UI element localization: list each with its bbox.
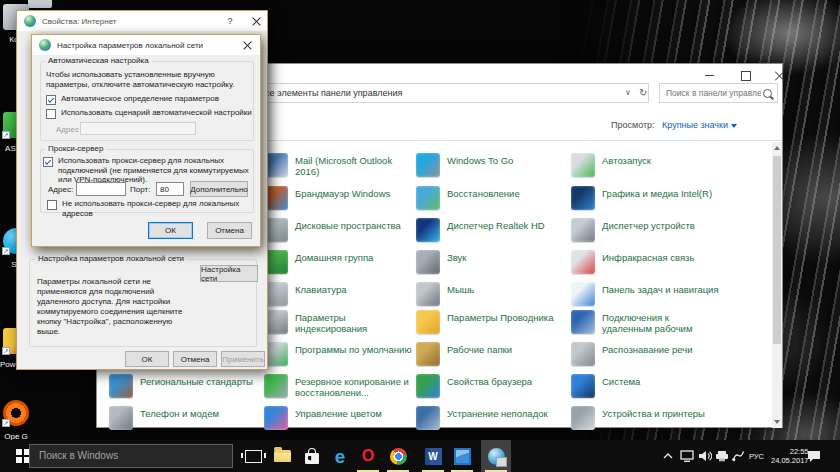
windows-logo-icon bbox=[16, 449, 30, 463]
minimize-button[interactable] bbox=[694, 68, 724, 83]
control-panel-item-icon bbox=[416, 310, 440, 334]
store-button[interactable] bbox=[298, 440, 326, 472]
control-panel-item[interactable]: Резервное копирование и восстановлени... bbox=[264, 374, 414, 398]
view-mode-link[interactable]: Крупные значки bbox=[662, 120, 737, 130]
control-panel-item[interactable]: Автозапуск bbox=[571, 153, 721, 177]
auto-detect-checkbox-row[interactable]: Автоматическое определение параметров bbox=[46, 95, 219, 105]
checkbox-icon[interactable] bbox=[46, 95, 56, 105]
scroll-up-icon[interactable] bbox=[774, 146, 780, 150]
word-button[interactable]: W bbox=[419, 440, 447, 472]
desktop-icon-fragment[interactable] bbox=[28, 0, 52, 8]
auto-config-title: Автоматическая настройка bbox=[45, 56, 152, 65]
control-panel-item[interactable]: Восстановление bbox=[416, 186, 566, 210]
control-panel-item[interactable]: Звук bbox=[416, 250, 566, 274]
dialog-title-bar[interactable]: Настройка параметров локальной сети bbox=[32, 35, 260, 55]
file-explorer-button[interactable] bbox=[268, 440, 296, 472]
clock[interactable]: 22:5524.05.2017 bbox=[771, 440, 809, 472]
control-panel-item-icon bbox=[416, 342, 440, 366]
refresh-icon[interactable]: ↻ bbox=[639, 87, 647, 98]
desktop: Кор ➚ ASUS ➚ Sk ➚ Pow Des ➚ Ope G ∨ ↻ Пр… bbox=[0, 0, 840, 472]
checkbox-icon[interactable] bbox=[43, 157, 53, 167]
control-panel-item[interactable]: Инфракрасная связь bbox=[571, 250, 721, 274]
control-panel-item-icon bbox=[264, 406, 288, 430]
address-bar[interactable] bbox=[247, 83, 649, 103]
control-panel-item[interactable]: Диспетчер Realtek HD bbox=[416, 218, 566, 242]
bypass-proxy-checkbox-row[interactable]: Не использовать прокси-сервер для локаль… bbox=[47, 200, 260, 219]
control-panel-item[interactable]: Панель задач и навигация bbox=[571, 282, 721, 306]
scroll-down-icon[interactable] bbox=[774, 420, 780, 424]
ok-button[interactable]: ОК bbox=[148, 222, 193, 239]
apply-button[interactable]: Применить bbox=[221, 351, 265, 367]
close-button[interactable] bbox=[243, 11, 269, 31]
control-panel-item[interactable]: Домашняя группа bbox=[264, 250, 414, 274]
speaker-icon bbox=[698, 450, 712, 462]
control-panel-item[interactable]: Подключения к удаленным рабочим bbox=[571, 310, 721, 334]
opera-button[interactable]: O bbox=[354, 440, 382, 472]
scrollbar[interactable] bbox=[772, 142, 782, 428]
tray-chevron-button[interactable] bbox=[662, 440, 674, 472]
desktop-icon-opera[interactable]: ➚ bbox=[3, 400, 29, 426]
control-panel-item[interactable]: Клавиатура bbox=[264, 282, 414, 306]
lan-settings-button[interactable]: Настройка сети bbox=[200, 265, 258, 282]
control-panel-item-label: Параметры индексирования bbox=[295, 310, 413, 334]
control-panel-item[interactable]: Параметры Проводника bbox=[416, 310, 566, 334]
proxy-address-input[interactable] bbox=[76, 182, 126, 196]
cancel-button[interactable]: Отмена bbox=[173, 351, 217, 367]
taskbar-search-input[interactable]: Поиск в Windows bbox=[29, 444, 233, 468]
checkbox-label: Не использовать прокси-сервер для локаль… bbox=[62, 199, 260, 219]
chrome-button[interactable] bbox=[384, 440, 412, 472]
address-dropdown-icon[interactable]: ∨ bbox=[625, 88, 631, 97]
action-center-button[interactable] bbox=[806, 440, 822, 472]
task-view-icon bbox=[245, 450, 262, 463]
control-panel-search-input[interactable] bbox=[659, 83, 778, 103]
control-panel-item-icon bbox=[571, 374, 595, 398]
edge-button[interactable]: e bbox=[326, 440, 354, 472]
pen-tray-icon[interactable] bbox=[731, 440, 745, 472]
close-button[interactable] bbox=[234, 35, 260, 55]
control-panel-item[interactable]: Телефон и модем bbox=[109, 406, 259, 430]
printer-tray-icon[interactable] bbox=[715, 440, 729, 472]
task-view-button[interactable] bbox=[239, 440, 267, 472]
advanced-button[interactable]: Дополнительно bbox=[190, 181, 248, 197]
control-panel-item[interactable]: Параметры индексирования bbox=[264, 310, 414, 334]
control-panel-item[interactable]: Рабочие папки bbox=[416, 342, 566, 366]
shortcut-arrow-icon: ➚ bbox=[2, 347, 10, 355]
control-panel-item[interactable]: Управление цветом bbox=[264, 406, 414, 430]
language-indicator[interactable]: РУС bbox=[749, 440, 764, 472]
control-panel-item[interactable]: Windows To Go bbox=[416, 153, 566, 177]
control-panel-item[interactable]: Региональные стандарты bbox=[109, 374, 259, 398]
cancel-button[interactable]: Отмена bbox=[207, 222, 252, 239]
help-button[interactable]: ? bbox=[217, 11, 243, 31]
control-panel-item-icon bbox=[571, 153, 595, 177]
checkbox-icon[interactable] bbox=[47, 200, 57, 210]
use-script-checkbox-row[interactable]: Использовать сценарий автоматической нас… bbox=[46, 109, 252, 119]
script-address-input[interactable] bbox=[80, 122, 196, 135]
control-panel-item[interactable]: Mail (Microsoft Outlook 2016) bbox=[264, 153, 414, 177]
close-button[interactable] bbox=[765, 68, 795, 83]
printer-icon bbox=[715, 450, 729, 462]
network-tray-icon[interactable] bbox=[680, 440, 694, 472]
scrollbar-thumb[interactable] bbox=[773, 156, 781, 344]
control-panel-item[interactable]: Дисковые пространства bbox=[264, 218, 414, 242]
control-panel-item[interactable]: Свойства браузера bbox=[416, 374, 566, 398]
close-icon bbox=[252, 17, 261, 26]
control-panel-item[interactable]: Мышь bbox=[416, 282, 566, 306]
checkbox-icon[interactable] bbox=[46, 109, 56, 119]
control-panel-item[interactable]: Система bbox=[571, 374, 721, 398]
control-panel-item[interactable]: Графика и медиа Intel(R) bbox=[571, 186, 721, 210]
photos-app-button[interactable] bbox=[448, 440, 476, 472]
control-panel-item[interactable]: Программы по умолчанию bbox=[264, 342, 414, 366]
volume-tray-icon[interactable] bbox=[698, 440, 712, 472]
control-panel-item-label: Windows To Go bbox=[447, 153, 565, 166]
control-panel-item[interactable]: Устранение неполадок bbox=[416, 406, 566, 430]
ok-button[interactable]: ОК bbox=[125, 351, 169, 367]
control-panel-item[interactable]: Устройства и принтеры bbox=[571, 406, 721, 430]
proxy-port-input[interactable] bbox=[156, 182, 184, 196]
dialog-title-bar[interactable]: Свойства: Интернет ? bbox=[17, 11, 267, 31]
control-panel-item-label: Подключения к удаленным рабочим bbox=[602, 310, 720, 334]
control-panel-item[interactable]: Диспетчер устройств bbox=[571, 218, 721, 242]
internet-properties-taskbar-button[interactable] bbox=[481, 440, 511, 472]
control-panel-item[interactable]: Брандмауэр Windows bbox=[264, 186, 414, 210]
maximize-button[interactable] bbox=[731, 68, 761, 83]
control-panel-item[interactable]: Распознавание речи bbox=[571, 342, 721, 366]
